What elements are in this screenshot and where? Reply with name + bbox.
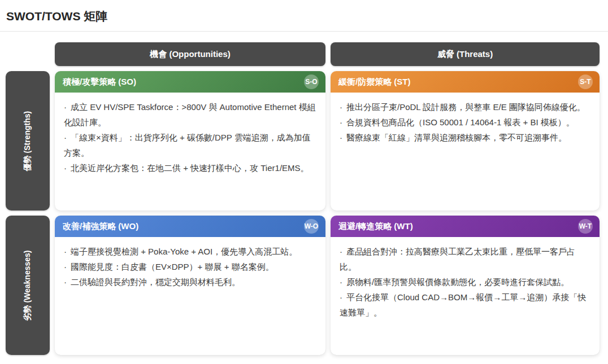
bullet-dot: ·	[340, 133, 342, 142]
row-label-strengths: 優勢 (Strengths)	[6, 71, 50, 210]
quadrant-wt-badge: W-T	[578, 219, 593, 234]
swot-matrix: 機會 (Opportunities) 威脅 (Threats) 優勢 (Stre…	[6, 42, 600, 355]
bullet-dot: ·	[340, 117, 342, 127]
quadrant-wo-title: 改善/補強策略 (WO)	[63, 221, 138, 232]
bullet-dot: ·	[64, 247, 67, 256]
quadrant-st-badge: S-T	[578, 74, 593, 89]
strategy-item: ·推出分區子束/PoDL 設計服務，與整車 E/E 團隊協同佈線優化。	[340, 99, 590, 115]
column-header-threats: 威脅 (Threats)	[331, 42, 600, 66]
row-label-strengths-text: 優勢 (Strengths)	[23, 111, 33, 171]
strategy-item: ·北美近岸化方案包：在地二供 + 快速打樣中心，攻 Tier1/EMS。	[64, 160, 316, 176]
quadrant-st-card: 緩衝/防禦策略 (ST) S-T ·推出分區子束/PoDL 設計服務，與整車 E…	[331, 71, 600, 210]
quadrant-so-title: 積極/攻擊策略 (SO)	[63, 77, 136, 87]
bullet-dot: ·	[64, 102, 67, 112]
strategy-item: ·二供驗證與長約對沖，穩定交期與材料毛利。	[64, 274, 316, 290]
quadrant-st-title: 緩衝/防禦策略 (ST)	[338, 77, 411, 87]
quadrant-so-header: 積極/攻擊策略 (SO) S-O	[55, 71, 325, 93]
corner-spacer	[6, 42, 50, 66]
strategy-item: ·成立 EV HV/SPE Taskforce：>800V 與 Automoti…	[64, 99, 316, 130]
bullet-dot: ·	[64, 133, 67, 142]
bullet-dot: ·	[340, 247, 342, 256]
column-header-opportunities: 機會 (Opportunities)	[55, 42, 325, 66]
quadrant-so-body: ·成立 EV HV/SPE Taskforce：>800V 與 Automoti…	[55, 93, 325, 183]
quadrant-wt-body: ·產品組合對沖：拉高醫療與工業乙太束比重，壓低單一客戶占比。·原物料/匯率預警與…	[331, 237, 600, 328]
quadrant-st-body: ·推出分區子束/PoDL 設計服務，與整車 E/E 團隊協同佈線優化。·合規資料…	[331, 93, 600, 153]
quadrant-wo-card: 改善/補強策略 (WO) W-O ·端子壓接視覺檢測 + Poka-Yoke +…	[55, 216, 325, 355]
bullet-dot: ·	[340, 292, 342, 302]
strategy-item: ·國際能見度：白皮書（EV×DPP）+ 聯展 + 聯名案例。	[64, 259, 316, 274]
strategy-item: ·產品組合對沖：拉高醫療與工業乙太束比重，壓低單一客戶占比。	[340, 244, 590, 274]
bullet-dot: ·	[64, 163, 67, 173]
quadrant-wo-badge: W-O	[304, 219, 319, 234]
quadrant-so-card: 積極/攻擊策略 (SO) S-O ·成立 EV HV/SPE Taskforce…	[55, 71, 325, 210]
row-label-weaknesses: 劣勢 (Weaknesses)	[6, 216, 50, 355]
quadrant-so-badge: S-O	[304, 74, 319, 89]
strategy-item: ·端子壓接視覺檢測 + Poka-Yoke + AOI，優先導入高混工站。	[64, 244, 316, 259]
quadrant-wt-card: 迴避/轉進策略 (WT) W-T ·產品組合對沖：拉高醫療與工業乙太束比重，壓低…	[331, 216, 600, 355]
quadrant-st-header: 緩衝/防禦策略 (ST) S-T	[331, 71, 600, 93]
bullet-dot: ·	[64, 262, 67, 271]
quadrant-wo-body: ·端子壓接視覺檢測 + Poka-Yoke + AOI，優先導入高混工站。·國際…	[55, 237, 325, 297]
strategy-item: ·平台化接單（Cloud CAD→BOM→報價→工單→追溯）承接「快速難單」。	[340, 290, 590, 320]
row-label-weaknesses-text: 劣勢 (Weaknesses)	[23, 250, 33, 321]
quadrant-wo-header: 改善/補強策略 (WO) W-O	[55, 216, 325, 237]
strategy-item: ·合規資料包商品化（ISO 50001 / 14064-1 報表 + BI 模板…	[340, 115, 590, 130]
column-header-opportunities-label: 機會 (Opportunities)	[150, 49, 231, 60]
quadrant-wt-header: 迴避/轉進策略 (WT) W-T	[331, 216, 600, 237]
page-title: SWOT/TOWS 矩陣	[6, 8, 608, 24]
strategy-item: ·「線束×資料」：出貨序列化 + 碳係數/DPP 雲端追溯，成為加值方案。	[64, 130, 316, 160]
bullet-dot: ·	[340, 102, 342, 112]
bullet-dot: ·	[340, 277, 342, 287]
bullet-dot: ·	[64, 277, 67, 287]
strategy-item: ·原物料/匯率預警與報價條款動態化，必要時進行套保試點。	[340, 274, 590, 290]
title-divider	[0, 31, 608, 32]
strategy-item: ·醫療線束「紅線」清單與追溯稽核腳本，零不可追溯事件。	[340, 130, 590, 145]
column-header-threats-label: 威脅 (Threats)	[437, 49, 493, 60]
swot-tows-page: SWOT/TOWS 矩陣 機會 (Opportunities) 威脅 (Thre…	[0, 8, 608, 364]
quadrant-wt-title: 迴避/轉進策略 (WT)	[338, 221, 413, 232]
